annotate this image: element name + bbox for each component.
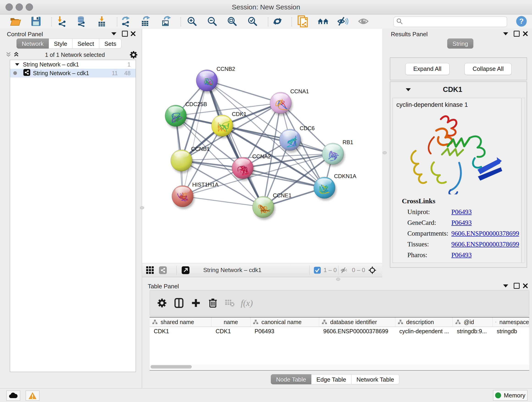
splitter-handle[interactable] xyxy=(383,151,387,154)
network-options-button[interactable] xyxy=(130,51,138,59)
column-source-icon xyxy=(322,320,327,324)
collapse-all-networks-button[interactable] xyxy=(5,51,12,59)
node-CCNB2[interactable]: CCNB2 xyxy=(196,66,235,93)
search-input[interactable] xyxy=(403,18,500,25)
navigator-button[interactable] xyxy=(368,266,376,274)
open-session-button[interactable] xyxy=(9,16,22,27)
table-panel-float-button[interactable] xyxy=(513,282,520,290)
node-gloss xyxy=(200,71,214,78)
fit-content-button[interactable] xyxy=(226,16,239,27)
string-document-button[interactable] xyxy=(297,16,309,27)
results-panel-menu-button[interactable] xyxy=(502,30,510,38)
table-panel-menu-button[interactable] xyxy=(502,282,510,290)
string-homes-button[interactable] xyxy=(317,16,330,27)
section-expander-icon[interactable] xyxy=(406,88,411,91)
network-share-button[interactable] xyxy=(159,266,167,274)
column-header-shared-name[interactable]: shared name xyxy=(150,317,211,327)
import-table-button[interactable] xyxy=(95,16,108,27)
splitter-handle[interactable] xyxy=(336,278,340,281)
refresh-view-button[interactable] xyxy=(271,16,284,27)
function-builder-button[interactable]: f(x) xyxy=(238,298,255,308)
export-table-button[interactable] xyxy=(139,16,152,27)
birdseye-grid-button[interactable] xyxy=(146,266,154,274)
collapse-all-button[interactable]: Collapse All xyxy=(464,63,512,75)
warning-status-button[interactable] xyxy=(26,390,39,401)
tab-sets[interactable]: Sets xyxy=(99,38,121,49)
open-in-new-window-button[interactable] xyxy=(182,266,190,274)
string-document-icon xyxy=(297,15,309,28)
zoom-selected-button[interactable] xyxy=(246,16,259,27)
results-panel-close-button[interactable] xyxy=(521,30,529,38)
import-network-button[interactable] xyxy=(56,16,69,27)
import-network-database-button[interactable] xyxy=(75,16,88,27)
control-panel-menu-button[interactable] xyxy=(110,30,118,38)
delete-column-button[interactable] xyxy=(204,298,221,308)
node-RB1[interactable]: RB1 xyxy=(322,139,353,167)
control-panel-close-button[interactable] xyxy=(129,30,137,38)
hscrollbar-thumb[interactable] xyxy=(151,365,192,369)
tab-network-table[interactable]: Network Table xyxy=(351,374,399,384)
control-panel-float-button[interactable] xyxy=(121,30,129,38)
column-header--id[interactable]: @id xyxy=(453,317,493,327)
table-options-button[interactable] xyxy=(153,298,171,307)
search-field[interactable] xyxy=(394,17,507,27)
zoom-in-button[interactable] xyxy=(186,16,198,27)
hidden-toggle[interactable] xyxy=(341,266,348,274)
results-panel-float-button[interactable] xyxy=(513,30,520,38)
expand-all-button[interactable]: Expand All xyxy=(405,63,450,75)
node-CDK1[interactable]: CDK1 xyxy=(211,111,247,138)
crosslink-value-link[interactable]: P06493 xyxy=(451,251,472,259)
crosslink-value-link[interactable]: 9606.ENSP00000378699 xyxy=(451,240,519,248)
crosslink-value-link[interactable]: P06493 xyxy=(451,208,472,216)
zoom-out-button[interactable] xyxy=(206,16,219,27)
column-header-canonical-name[interactable]: canonical name xyxy=(250,317,319,327)
table-hscrollbar[interactable] xyxy=(150,364,529,370)
tab-style[interactable]: Style xyxy=(49,38,72,49)
column-header-namespace[interactable]: namespace xyxy=(493,317,529,327)
table-cell: P06493 xyxy=(250,327,319,336)
export-network-button[interactable] xyxy=(120,16,133,27)
tab-edge-table[interactable]: Edge Table xyxy=(311,374,351,384)
tab-network[interactable]: Network xyxy=(17,38,49,49)
hide-results-button[interactable] xyxy=(336,16,349,27)
selected-checkbox[interactable] xyxy=(313,266,321,274)
import-table-icon xyxy=(96,16,107,28)
gene-section-header[interactable]: CDK1 xyxy=(390,82,527,97)
table-body: CDK1CDK1P064939606.ENSP00000378699cyclin… xyxy=(150,327,529,336)
tree-expander-icon[interactable] xyxy=(15,63,19,66)
table-row[interactable]: CDK1CDK1P064939606.ENSP00000378699cyclin… xyxy=(150,327,529,336)
delete-table-button[interactable] xyxy=(221,299,238,307)
show-columns-button[interactable] xyxy=(171,298,187,308)
export-image-icon xyxy=(160,16,171,28)
show-results-button[interactable] xyxy=(357,16,370,27)
column-header-name[interactable]: name xyxy=(211,317,250,327)
export-image-button[interactable] xyxy=(159,16,172,27)
node-HIST1H1A[interactable]: HIST1H1A xyxy=(172,182,219,209)
crosslink-value-link[interactable]: P06493 xyxy=(451,219,472,226)
node-CCNA1[interactable]: CCNA1 xyxy=(270,88,309,116)
column-header-database-identifier[interactable]: database identifier xyxy=(319,317,395,327)
expand-all-networks-button[interactable] xyxy=(12,51,20,59)
splitter-handle[interactable] xyxy=(140,206,144,209)
network-row-selected[interactable]: String Network – cdk1 11 48 xyxy=(10,69,136,77)
column-header-label: namespace xyxy=(500,319,529,325)
table-panel-close-button[interactable] xyxy=(521,282,529,290)
column-header-description[interactable]: description xyxy=(395,317,453,327)
vertical-splitter[interactable] xyxy=(382,29,387,281)
crosslink-value-link[interactable]: 9606.ENSP00000378699 xyxy=(451,230,519,237)
chevron-down-icon xyxy=(111,32,116,35)
tab-node-table[interactable]: Node Table xyxy=(271,374,311,384)
node-label: HIST1H1A xyxy=(192,182,219,188)
tab-select[interactable]: Select xyxy=(72,38,99,49)
node-CDKN1A[interactable]: CDKN1A xyxy=(314,173,356,201)
tab-string[interactable]: String xyxy=(447,38,473,49)
cloud-status-button[interactable] xyxy=(6,390,20,401)
network-collection-row[interactable]: String Network – cdk1 1 xyxy=(10,60,136,69)
network-canvas[interactable]: CCNB2CCNA1CDC25BCDK1CDC6RB1CCNB1CCNA2CDK… xyxy=(142,29,382,263)
memory-button[interactable]: Memory xyxy=(493,390,527,401)
results-scrollbar[interactable] xyxy=(522,98,525,263)
help-button[interactable]: ? xyxy=(515,16,528,27)
save-session-button[interactable] xyxy=(30,16,42,27)
create-column-button[interactable] xyxy=(187,298,204,307)
node-label: CCNB2 xyxy=(216,66,235,72)
